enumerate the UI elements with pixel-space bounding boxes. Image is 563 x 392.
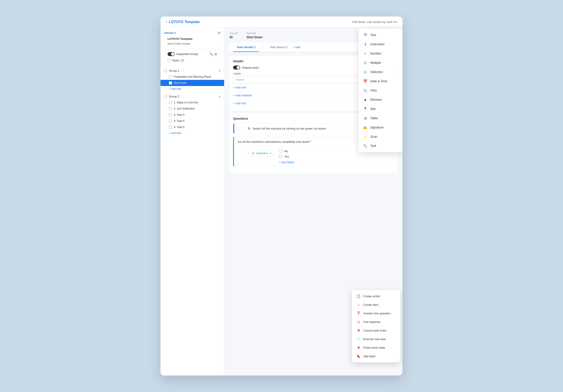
task-3-checkbox[interactable] [169,113,172,116]
drag-handle-icon[interactable]: ⋮⋮ [238,127,244,131]
gear-icon[interactable]: ⚙ [218,31,221,35]
search-icon[interactable]: 🔍 [209,52,213,56]
task-5-checkbox[interactable] [169,126,172,129]
type-table-label: Table [370,116,398,120]
selection-icon: ◎ [252,151,255,155]
task-4-checkbox[interactable] [169,119,172,122]
task-4-label: 4- Task 4 [174,119,184,122]
app-title: LOTOTO Template [169,20,200,24]
tab-options-icon[interactable]: ⋮ [259,42,266,52]
context-cancel-work-order[interactable]: ✖ Cancel work order [352,326,400,335]
type-text[interactable]: Tt Text [358,30,402,39]
option-yes-label: Yes [284,155,289,158]
task-preparation-checkbox[interactable] [169,75,172,78]
type-site[interactable]: 📍 Site [358,104,402,114]
type-files[interactable]: 📎 Files [358,86,402,95]
group-1-name: Group 1 [169,69,179,72]
answer-question-label: Answer new question [363,312,391,315]
type-text-label: Text [370,33,398,37]
finish-work-order-icon: ✖ [356,346,361,350]
type-dropdown-panel: Tt Text ℹ Instruction 1 Number ☑ Multipl… [358,29,402,152]
option-yes-radio[interactable] [279,155,282,158]
context-execute-task[interactable]: 📄 Execute new task [352,335,400,343]
task-4[interactable]: 4- Task 4 [161,118,224,124]
context-menu: 📋 Create action ⚠ Create alert ❓ Answer … [352,290,400,362]
dropdown-caret-icon: ∨ [270,152,272,155]
text-type-icon: Tt [247,127,250,131]
option-no-radio[interactable] [279,149,282,153]
type-tool[interactable]: 🔧 Tool [358,141,402,150]
task-lockout[interactable]: 1- Steps to Lock-Out [161,99,224,105]
sequential-groups-toggle[interactable] [167,52,175,56]
task-3[interactable]: 3- Task 3 [161,112,224,118]
task-shutdown-label: Shut Down [174,81,187,84]
context-answer-question[interactable]: ❓ Answer new question [352,309,400,318]
type-scan[interactable]: ⊙ Scan [358,132,402,141]
task-5[interactable]: 5- Task 5 [161,124,224,130]
seq-icons: 🔍 ⊞ [209,52,217,56]
type-datetime-icon: 📅 [363,79,368,84]
add-task-group2[interactable]: + Add task [161,130,224,136]
task-verification-checkbox[interactable] [169,107,172,110]
type-scan-icon: ⊙ [363,134,368,139]
task-preparation[interactable]: Preparation and Warning Phase [161,74,224,80]
context-create-action[interactable]: 📋 Create action [352,292,400,301]
type-selection-label: Selection [370,70,395,74]
type-signature-icon: ✍ [363,125,368,130]
add-task-group1[interactable]: + Add task [161,86,224,92]
task-shutdown[interactable]: ✓ Shut Down [161,80,224,86]
add-option-button[interactable]: + Add Option [279,161,294,164]
type-multiple-icon: ☑ [363,60,368,65]
context-finish-work-order[interactable]: ✖ Finish work order [352,343,400,352]
type-instruction[interactable]: ℹ Instruction [358,39,402,49]
type-number[interactable]: 1 Number [358,49,402,58]
task-title-label: Task title [246,32,263,35]
type-multiple[interactable]: ☑ Multiple [358,58,402,67]
type-selection[interactable]: ◎ Selection › [358,67,402,77]
edit-mode-label: Edit Mode: Last update by mark.sm [352,20,397,24]
seq-groups-row: Sequential Groups 🔍 ⊞ [164,51,221,57]
type-site-icon: 📍 [363,106,368,111]
tab-variant-2[interactable]: Task Variant 2 [266,43,291,52]
app-window: ‹ LOTOTO Template Edit Mode: Last update… [161,16,402,376]
context-fail-response[interactable]: ⊖ Fail response [352,318,400,326]
type-element-label: Element [370,98,398,101]
type-selection-arrow-icon: › [397,70,398,74]
group-2-checkbox[interactable] [164,95,167,98]
task-verification[interactable]: 2- 2nd Verification [161,105,224,112]
add-label-label: Add label [363,355,375,358]
type-datetime-label: Date & Time [370,79,398,83]
task-id-label: Task ID [230,32,238,35]
type-datetime[interactable]: 📅 Date & Time [358,77,402,86]
type-signature[interactable]: ✍ Signature [358,123,402,132]
sidebar: Variant 1 ⚙ LOTOTO Template Work Order H… [161,27,224,376]
grid-icon[interactable]: ⊞ [214,52,217,56]
question-1-text: Switch off the machine by clicking on th… [253,127,327,130]
tasks-label: Tasks [172,59,179,62]
group-1-checkbox[interactable] [164,69,167,72]
group-1-chevron-icon: ∧ [218,69,221,72]
variant-row: Variant 1 ⚙ [164,31,221,35]
option-no: No [279,149,294,153]
group-2-header[interactable]: Group 2 ∧ [161,93,224,99]
drag-handle-2-icon[interactable]: ⋮⋮ [238,149,244,153]
back-button[interactable]: ‹ [166,20,167,24]
selection-type-dropdown[interactable]: ◎ Selection ∨ [249,149,274,157]
tab-add[interactable]: + Add [291,43,302,52]
context-create-alert[interactable]: ⚠ Create alert [352,301,400,309]
tab-variant-1[interactable]: Task Variant 1 [233,43,259,52]
type-table[interactable]: ⊞ Table [358,114,402,123]
group-1-header[interactable]: Group 1 ∧ [161,68,224,74]
task-shutdown-checkbox[interactable]: ✓ [169,81,172,84]
tasks-count: (7) [180,59,184,62]
execute-task-label: Execute new task [363,338,386,341]
type-files-label: Files [370,89,398,92]
tasks-checkbox[interactable] [167,59,171,62]
execute-task-icon: 📄 [356,337,361,341]
repeat-tasks-toggle[interactable] [233,65,240,69]
task-lockout-checkbox[interactable] [169,101,172,104]
type-table-icon: ⊞ [363,116,368,120]
task-3-label: 3- Task 3 [174,113,184,116]
type-element[interactable]: ▲ Element [358,95,402,104]
context-add-label[interactable]: 🔖 Add label › [352,352,400,361]
